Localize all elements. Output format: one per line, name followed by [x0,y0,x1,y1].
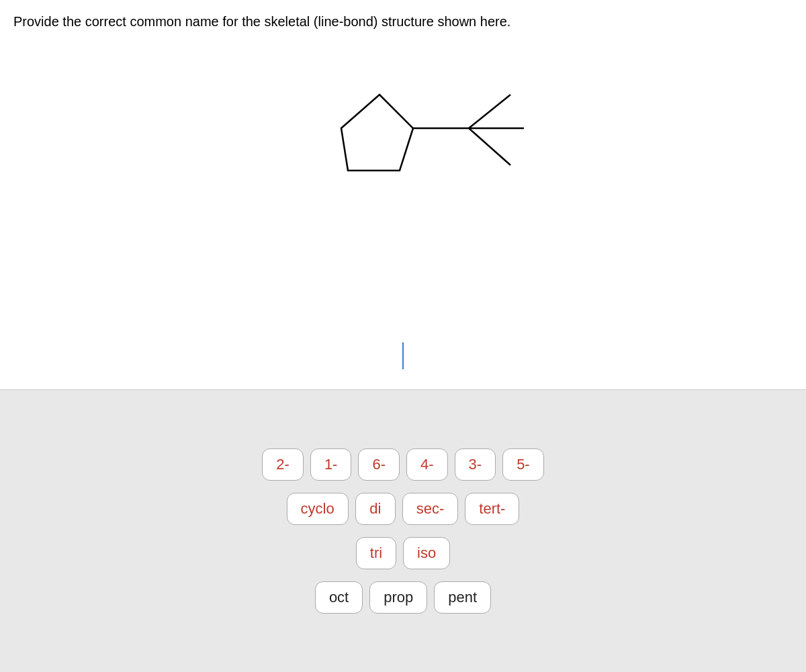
btn-prop[interactable]: prop [369,581,427,614]
svg-marker-0 [341,95,413,171]
btn-sec[interactable]: sec- [402,493,459,525]
btn-2[interactable]: 2- [262,448,304,481]
btn-1[interactable]: 1- [310,448,352,481]
btn-tri[interactable]: tri [356,537,396,569]
text-cursor [402,342,404,369]
button-row-3: tri iso [356,537,450,569]
answer-buttons-section: 2- 1- 6- 4- 3- 5- cyclo di sec- tert- tr… [0,390,806,672]
btn-cyclo[interactable]: cyclo [287,493,349,525]
molecule-svg [262,58,544,259]
btn-iso[interactable]: iso [403,537,450,569]
btn-5[interactable]: 5- [502,448,544,481]
btn-6[interactable]: 6- [358,448,400,481]
btn-oct[interactable]: oct [315,581,363,614]
btn-4[interactable]: 4- [406,448,448,481]
button-row-1: 2- 1- 6- 4- 3- 5- [262,448,543,481]
button-row-2: cyclo di sec- tert- [287,493,520,525]
question-text: Provide the correct common name for the … [13,12,618,31]
svg-line-2 [469,95,510,128]
btn-3[interactable]: 3- [455,448,496,481]
btn-pent[interactable]: pent [434,581,491,614]
molecule-display [13,31,793,286]
svg-line-3 [469,128,510,165]
btn-di[interactable]: di [355,493,396,525]
button-row-4: oct prop pent [315,581,491,614]
btn-tert[interactable]: tert- [465,493,519,525]
question-section: Provide the correct common name for the … [0,0,806,389]
